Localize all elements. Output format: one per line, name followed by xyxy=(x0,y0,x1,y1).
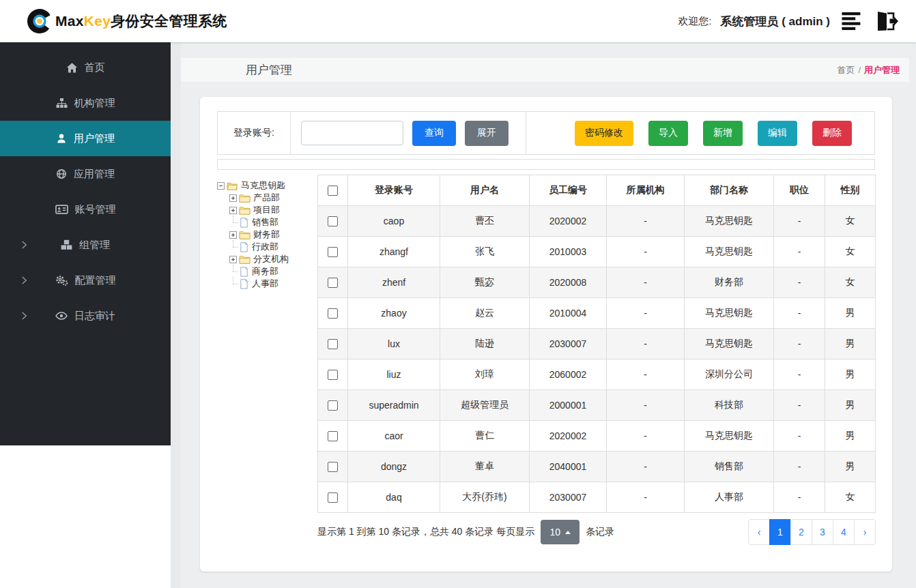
row-checkbox[interactable] xyxy=(328,339,338,349)
row-select-cell xyxy=(318,298,348,329)
row-checkbox[interactable] xyxy=(328,493,338,503)
query-button[interactable]: 查询 xyxy=(412,121,456,146)
table-row[interactable]: zhenf甄宓2020008-财务部-女 xyxy=(318,267,876,298)
summary-prefix: 显示第 1 到第 10 条记录，总共 40 条记录 每页显示 xyxy=(317,526,534,538)
table-row[interactable]: zhangf张飞2010003-马克思钥匙-女 xyxy=(318,237,876,267)
table-cell: 陆逊 xyxy=(440,329,530,359)
row-select-cell xyxy=(318,482,348,513)
sidebar-item-home[interactable]: 首页 xyxy=(0,50,171,85)
page-button-4[interactable]: 4 xyxy=(833,519,855,545)
sidebar-item-user[interactable]: 用户管理 xyxy=(0,121,171,156)
table-cell: 马克思钥匙 xyxy=(685,298,774,329)
page-button-3[interactable]: 3 xyxy=(812,519,833,545)
page-button-1[interactable]: 1 xyxy=(769,519,791,545)
sidebar-item-app[interactable]: 应用管理 xyxy=(0,156,171,192)
select-all-checkbox[interactable] xyxy=(328,186,338,196)
logout-icon[interactable] xyxy=(874,10,898,32)
sidebar-item-group[interactable]: 组管理 xyxy=(0,227,171,263)
tree-node-label: 分支机构 xyxy=(253,253,289,265)
table-cell: 张飞 xyxy=(440,237,530,267)
table-row[interactable]: caop曹丕2020002-马克思钥匙-女 xyxy=(318,206,876,237)
previous-page-button[interactable]: ‹ xyxy=(748,519,770,545)
table-cell: 2010003 xyxy=(530,237,607,267)
file-icon xyxy=(239,267,249,277)
table-row[interactable]: dongz董卓2040001-销售部-男 xyxy=(318,452,876,482)
page-button-2[interactable]: 2 xyxy=(790,519,812,545)
row-checkbox[interactable] xyxy=(328,278,338,288)
tree-node[interactable]: 行政部 xyxy=(217,241,317,253)
tree-root-node[interactable]: 马克思钥匙 xyxy=(217,179,317,192)
row-select-cell xyxy=(318,329,348,359)
current-user: 系统管理员 ( admin ) xyxy=(720,14,830,29)
delete-button[interactable]: 删除 xyxy=(812,121,852,146)
tree-node[interactable]: 产品部 xyxy=(217,192,317,204)
add-button[interactable]: 新增 xyxy=(703,121,743,146)
sidebar-item-config[interactable]: 配置管理 xyxy=(0,263,171,298)
edit-button[interactable]: 编辑 xyxy=(758,121,797,146)
expand-toggle-icon[interactable] xyxy=(229,194,237,202)
row-checkbox[interactable] xyxy=(328,400,338,411)
table-footer: 显示第 1 到第 10 条记录，总共 40 条记录 每页显示 10 条记录 ‹1… xyxy=(317,519,876,545)
expand-button[interactable]: 展开 xyxy=(465,121,509,146)
tree-children: 产品部项目部销售部财务部行政部分支机构商务部人事部 xyxy=(217,192,317,290)
action-buttons: 密码修改导入新增编辑删除 xyxy=(526,112,874,154)
tree-connector xyxy=(229,218,237,228)
password-reset-button[interactable]: 密码修改 xyxy=(575,121,633,146)
collapse-toggle-icon[interactable] xyxy=(217,182,225,190)
table-cell: - xyxy=(607,421,685,452)
login-account-input[interactable] xyxy=(301,121,403,145)
table-cell: 2020002 xyxy=(530,421,607,452)
expand-toggle-icon[interactable] xyxy=(229,207,237,214)
row-checkbox[interactable] xyxy=(328,462,338,472)
tree-node[interactable]: 销售部 xyxy=(217,216,317,229)
table-row[interactable]: zhaoy赵云2010004-马克思钥匙-男 xyxy=(318,298,876,329)
next-page-button[interactable]: › xyxy=(854,519,876,545)
sitemap-icon xyxy=(56,98,68,108)
column-header: 部门名称 xyxy=(685,175,774,206)
table-cell: 甄宓 xyxy=(440,267,530,298)
tree-node-label: 人事部 xyxy=(251,278,278,290)
expand-toggle-icon[interactable] xyxy=(229,256,237,263)
breadcrumb: 首页 / 用户管理 xyxy=(837,64,909,76)
expand-toggle-icon[interactable] xyxy=(229,231,237,239)
table-cell: 人事部 xyxy=(685,482,774,513)
row-checkbox[interactable] xyxy=(328,216,338,226)
tree-node-label: 马克思钥匙 xyxy=(240,179,285,192)
table-row[interactable]: caor曹仁2020002-马克思钥匙-男 xyxy=(318,421,876,452)
sidebar-item-label: 用户管理 xyxy=(74,132,115,145)
sidebar-item-audit[interactable]: 日志审计 xyxy=(0,298,171,334)
tree-node[interactable]: 财务部 xyxy=(217,229,317,241)
row-select-cell xyxy=(318,206,348,237)
table-row[interactable]: daq大乔(乔玮)2030007-人事部-女 xyxy=(318,482,876,513)
pagination: ‹1234› xyxy=(748,519,876,545)
tree-node[interactable]: 商务部 xyxy=(217,265,317,278)
row-checkbox[interactable] xyxy=(328,370,338,380)
table-cell: - xyxy=(607,329,685,359)
chevron-right-icon xyxy=(21,276,27,285)
row-checkbox[interactable] xyxy=(328,308,338,319)
menu-bars-icon[interactable] xyxy=(842,12,862,31)
user-table: 登录账号用户名员工编号所属机构部门名称职位性别 caop曹丕2020002-马克… xyxy=(317,175,876,513)
login-account-label: 登录账号: xyxy=(218,112,291,154)
page-size-dropdown[interactable]: 10 xyxy=(541,520,579,544)
tree-node[interactable]: 项目部 xyxy=(217,204,317,216)
table-cell: 赵云 xyxy=(440,298,530,329)
table-cell: 科技部 xyxy=(685,390,774,421)
row-checkbox[interactable] xyxy=(328,431,338,441)
row-checkbox[interactable] xyxy=(328,247,338,257)
tree-connector xyxy=(229,279,237,289)
table-row[interactable]: liuz刘璋2060002-深圳分公司-男 xyxy=(318,359,876,390)
tree-connector xyxy=(229,242,237,252)
sidebar-item-account[interactable]: 账号管理 xyxy=(0,192,171,227)
breadcrumb-home-link[interactable]: 首页 xyxy=(837,64,855,76)
import-button[interactable]: 导入 xyxy=(648,121,688,146)
table-cell: 深圳分公司 xyxy=(685,359,774,390)
brand-title: MaxKey身份安全管理系统 xyxy=(55,12,227,31)
row-select-cell xyxy=(318,237,348,267)
tree-node[interactable]: 人事部 xyxy=(217,278,317,290)
sidebar-item-org[interactable]: 机构管理 xyxy=(0,85,171,121)
table-row[interactable]: lux陆逊2030007-马克思钥匙-男 xyxy=(318,329,876,359)
column-header: 职位 xyxy=(774,175,825,206)
table-row[interactable]: superadmin超级管理员2000001-科技部-男 xyxy=(318,390,876,421)
tree-node[interactable]: 分支机构 xyxy=(217,253,317,265)
